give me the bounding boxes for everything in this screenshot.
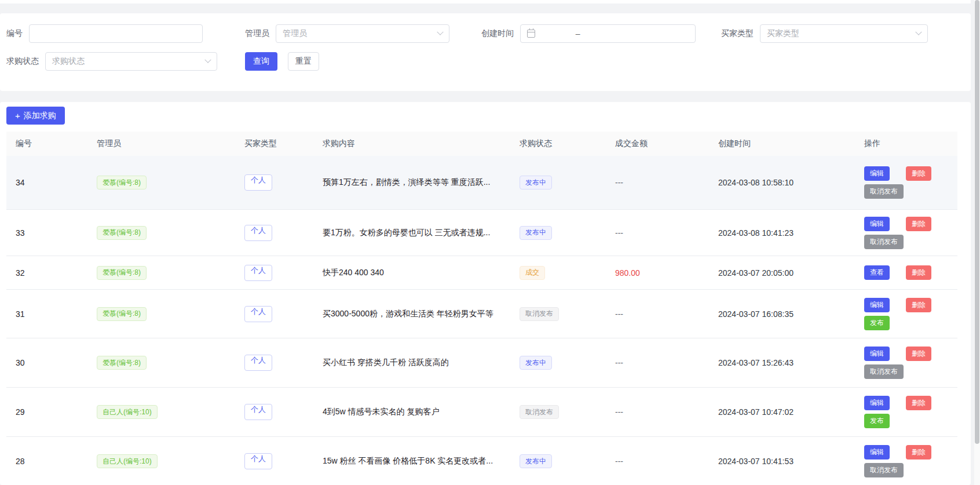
created-label: 创建时间 — [481, 28, 514, 39]
purchase-table: 编号管理员买家类型求购内容求购状态成交金额创建时间操作 34 爱慕(编号:8) … — [6, 132, 957, 485]
row-id: 32 — [16, 268, 25, 278]
amount: --- — [615, 178, 623, 187]
purchase-content: 15w 粉丝 不看画像 价格低于8K 实名更改或者... — [323, 456, 493, 466]
amount: 980.00 — [615, 268, 640, 278]
admin-tag: 爱慕(编号:8) — [97, 266, 147, 280]
buyer-type-select[interactable]: 买家类型 — [760, 24, 928, 43]
admin-tag: 爱慕(编号:8) — [97, 356, 147, 370]
chevron-down-icon — [915, 29, 922, 35]
table-row: 28 自己人(编号:10) 个人 15w 粉丝 不看画像 价格低于8K 实名更改… — [6, 436, 957, 485]
delete-button[interactable]: 删除 — [906, 217, 931, 231]
filter-item-id: 编号 — [6, 24, 203, 43]
buyer-type-select-placeholder: 买家类型 — [767, 28, 799, 39]
status-label: 求购状态 — [6, 56, 39, 67]
column-header: 买家类型 — [237, 138, 316, 149]
id-input[interactable] — [29, 24, 203, 43]
date-range-separator: – — [541, 29, 615, 38]
cancel-publish-button[interactable]: 取消发布 — [864, 235, 904, 249]
table-body: 34 爱慕(编号:8) 个人 预算1万左右，剧情类，演绎类等等 重度活跃... … — [6, 156, 957, 485]
delete-button[interactable]: 删除 — [906, 396, 931, 410]
delete-button[interactable]: 删除 — [906, 298, 931, 312]
delete-button[interactable]: 删除 — [906, 265, 931, 280]
plus-icon: + — [15, 111, 20, 120]
column-header: 管理员 — [90, 138, 237, 149]
row-id: 34 — [16, 178, 25, 187]
created-time: 2024-03-07 15:26:43 — [718, 358, 793, 367]
delete-button[interactable]: 删除 — [906, 166, 931, 181]
column-header: 成交金额 — [608, 138, 711, 149]
created-time: 2024-03-07 20:05:00 — [718, 268, 793, 278]
edit-button[interactable]: 编辑 — [864, 396, 890, 410]
cancel-publish-button[interactable]: 取消发布 — [864, 184, 904, 199]
amount: --- — [615, 309, 623, 319]
status-tag: 发布中 — [520, 454, 552, 468]
amount: --- — [615, 407, 623, 417]
column-header: 求购内容 — [316, 138, 513, 149]
table-header: 编号管理员买家类型求购内容求购状态成交金额创建时间操作 — [6, 132, 957, 156]
buyer-type-tag: 个人 — [244, 265, 272, 281]
table-row: 31 爱慕(编号:8) 个人 买3000-5000粉，游戏和生活类 年轻粉男女平… — [6, 289, 957, 338]
admin-select-placeholder: 管理员 — [283, 28, 307, 39]
status-tag: 取消发布 — [520, 307, 559, 321]
column-header: 创建时间 — [711, 138, 857, 149]
filter-item-admin: 管理员 管理员 — [245, 24, 449, 43]
buyer-type-tag: 个人 — [244, 174, 272, 191]
column-header: 操作 — [857, 138, 957, 149]
buyer-type-label: 买家类型 — [721, 28, 754, 39]
admin-tag: 爱慕(编号:8) — [97, 176, 147, 189]
purchase-content: 4到5w 情感号未实名的 复购客户 — [323, 407, 439, 417]
filter-item-status: 求购状态 求购状态 — [6, 52, 217, 71]
reset-button[interactable]: 重置 — [288, 52, 319, 71]
filter-item-buyer-type: 买家类型 买家类型 — [721, 24, 928, 43]
column-header: 编号 — [6, 138, 90, 149]
delete-button[interactable]: 删除 — [906, 347, 931, 361]
edit-button[interactable]: 编辑 — [864, 166, 890, 181]
buyer-type-tag: 个人 — [244, 355, 272, 371]
search-button[interactable]: 查询 — [245, 52, 277, 71]
publish-button[interactable]: 发布 — [864, 414, 890, 428]
scrollbar — [974, 0, 980, 485]
id-label: 编号 — [6, 28, 23, 39]
created-time: 2024-03-07 10:47:02 — [718, 407, 793, 417]
table-row: 34 爱慕(编号:8) 个人 预算1万左右，剧情类，演绎类等等 重度活跃... … — [6, 156, 957, 209]
status-tag: 成交 — [520, 266, 545, 280]
status-tag: 发布中 — [520, 356, 552, 370]
status-tag: 发布中 — [520, 226, 552, 240]
cancel-publish-button[interactable]: 取消发布 — [864, 364, 904, 379]
created-date-range[interactable]: – — [520, 24, 696, 43]
buyer-type-tag: 个人 — [244, 404, 272, 420]
admin-label: 管理员 — [245, 28, 269, 39]
created-time: 2024-03-08 10:58:10 — [718, 178, 793, 187]
edit-button[interactable]: 编辑 — [864, 347, 890, 361]
amount: --- — [615, 457, 623, 466]
purchase-content: 快手240 400 340 — [323, 268, 384, 278]
admin-select[interactable]: 管理员 — [276, 24, 449, 43]
scrollbar-thumb[interactable] — [975, 0, 979, 444]
publish-button[interactable]: 发布 — [864, 316, 890, 330]
table-row: 30 爱慕(编号:8) 个人 买小红书 穿搭类几千粉 活跃度高的 发布中 ---… — [6, 338, 957, 387]
edit-button[interactable]: 编辑 — [864, 217, 890, 231]
delete-button[interactable]: 删除 — [906, 445, 931, 460]
calendar-icon — [527, 30, 535, 38]
created-time: 2024-03-07 10:41:53 — [718, 457, 793, 466]
row-id: 29 — [16, 407, 25, 417]
created-time: 2024-03-07 16:08:35 — [718, 309, 793, 319]
status-tag: 发布中 — [520, 176, 552, 189]
cancel-publish-button[interactable]: 取消发布 — [864, 463, 904, 477]
purchase-content: 要1万粉。女粉多的母婴也可以 三无或者违规... — [323, 228, 490, 238]
status-tag: 取消发布 — [520, 405, 559, 419]
amount: --- — [615, 358, 623, 367]
view-button[interactable]: 查看 — [864, 265, 890, 280]
table-row: 32 爱慕(编号:8) 个人 快手240 400 340 成交 980.00 2… — [6, 256, 957, 289]
status-select[interactable]: 求购状态 — [45, 52, 217, 71]
edit-button[interactable]: 编辑 — [864, 298, 890, 312]
add-purchase-button[interactable]: + 添加求购 — [6, 107, 65, 125]
status-select-placeholder: 求购状态 — [52, 56, 85, 67]
chevron-down-icon — [204, 57, 211, 63]
created-time: 2024-03-08 10:41:23 — [718, 228, 793, 238]
admin-tag: 自己人(编号:10) — [97, 405, 158, 419]
purchase-content: 买小红书 穿搭类几千粉 活跃度高的 — [323, 358, 449, 368]
filter-item-created: 创建时间 – — [481, 24, 696, 43]
edit-button[interactable]: 编辑 — [864, 445, 890, 460]
row-id: 33 — [16, 228, 25, 238]
